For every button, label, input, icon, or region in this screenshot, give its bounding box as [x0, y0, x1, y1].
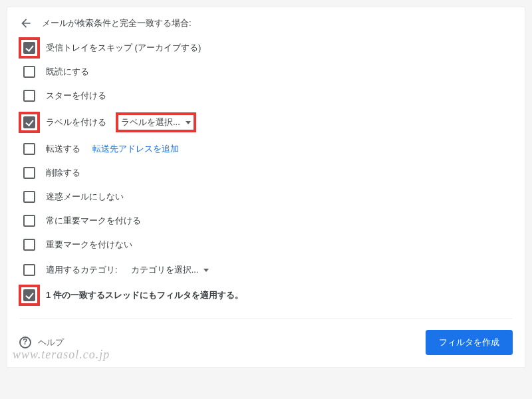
option-list: 受信トレイをスキップ (アーカイブする)既読にするスターを付けるラベルを付けるラ… — [19, 41, 513, 303]
checkbox[interactable] — [23, 90, 35, 102]
inline-link[interactable]: 転送先アドレスを追加 — [92, 143, 179, 155]
option-label: 迷惑メールにしない — [46, 191, 124, 203]
checkbox-wrap — [22, 41, 37, 55]
checkbox[interactable] — [23, 191, 35, 203]
option-label: 受信トレイをスキップ (アーカイブする) — [46, 42, 201, 54]
checkbox[interactable] — [23, 215, 35, 227]
option-row: 既読にする — [19, 65, 513, 79]
checkbox-wrap — [22, 288, 37, 303]
option-row: 受信トレイをスキップ (アーカイブする) — [19, 41, 513, 55]
checkbox[interactable] — [23, 116, 35, 128]
checkbox-wrap — [22, 115, 37, 130]
help-link[interactable]: ヘルプ — [19, 336, 64, 348]
option-row: 1 件の一致するスレッドにもフィルタを適用する。 — [19, 288, 513, 303]
checkbox[interactable] — [23, 167, 35, 179]
caret-down-icon — [203, 269, 209, 272]
option-row: 重要マークを付けない — [19, 237, 513, 252]
option-row: 適用するカテゴリ:カテゴリを選択... — [19, 261, 513, 279]
caret-down-icon — [186, 121, 191, 124]
checkbox-wrap — [22, 237, 37, 252]
checkbox[interactable] — [23, 42, 35, 54]
filter-actions-panel: メールが検索条件と完全一致する場合: 受信トレイをスキップ (アーカイブする)既… — [7, 7, 525, 368]
option-label: 適用するカテゴリ: — [46, 264, 118, 276]
option-row: 転送する転送先アドレスを追加 — [19, 142, 513, 156]
option-label: 重要マークを付けない — [46, 239, 132, 251]
checkbox-wrap — [22, 190, 37, 204]
arrow-left-icon — [19, 21, 33, 32]
panel-title: メールが検索条件と完全一致する場合: — [42, 17, 192, 29]
help-icon — [19, 336, 31, 348]
checkbox-wrap — [22, 88, 37, 103]
option-label: ラベルを付ける — [46, 116, 106, 128]
dropdown[interactable]: カテゴリを選択... — [127, 261, 213, 279]
checkbox[interactable] — [23, 264, 35, 276]
option-label: 転送する — [46, 143, 80, 155]
checkbox-wrap — [22, 65, 37, 79]
panel-header: メールが検索条件と完全一致する場合: — [19, 17, 513, 30]
checkbox-wrap — [22, 166, 37, 180]
checkbox-wrap — [22, 213, 37, 228]
panel-footer: ヘルプ フィルタを作成 — [19, 319, 513, 367]
dropdown-label: ラベルを選択... — [121, 116, 180, 128]
option-label: 1 件の一致するスレッドにもフィルタを適用する。 — [46, 289, 243, 301]
create-filter-button[interactable]: フィルタを作成 — [426, 330, 513, 355]
checkbox[interactable] — [23, 143, 35, 155]
option-label: 削除する — [46, 167, 80, 179]
dropdown[interactable]: ラベルを選択... — [116, 112, 196, 132]
option-label: 常に重要マークを付ける — [46, 215, 141, 227]
option-row: スターを付ける — [19, 88, 513, 103]
option-row: 削除する — [19, 166, 513, 180]
checkbox-wrap — [22, 142, 37, 156]
option-row: 迷惑メールにしない — [19, 190, 513, 204]
checkbox-wrap — [22, 263, 37, 277]
back-button[interactable] — [19, 17, 33, 30]
option-label: スターを付ける — [46, 90, 106, 102]
dropdown-label: カテゴリを選択... — [131, 264, 199, 276]
checkbox[interactable] — [23, 289, 35, 301]
option-row: 常に重要マークを付ける — [19, 213, 513, 228]
checkbox[interactable] — [23, 66, 35, 78]
help-label: ヘルプ — [38, 336, 64, 348]
option-row: ラベルを付けるラベルを選択... — [19, 112, 513, 132]
option-label: 既読にする — [46, 66, 89, 78]
checkbox[interactable] — [23, 239, 35, 251]
